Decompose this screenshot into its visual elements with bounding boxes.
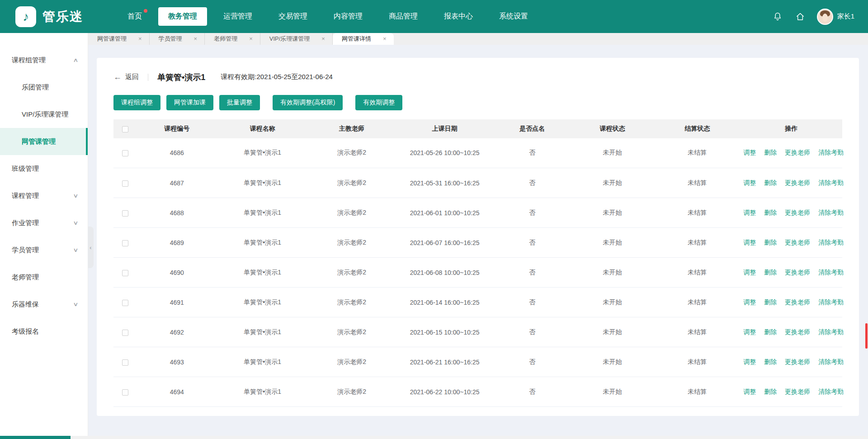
close-icon[interactable]: × xyxy=(138,35,142,42)
adjust-link[interactable]: 调整 xyxy=(743,239,756,246)
select-all-checkbox[interactable] xyxy=(122,126,128,132)
row-checkbox[interactable] xyxy=(122,180,128,187)
cell-status: 未开始 xyxy=(571,138,654,168)
sidebar-collapse-handle[interactable]: ‹ xyxy=(88,227,94,268)
row-checkbox[interactable] xyxy=(122,240,128,246)
delete-link[interactable]: 删除 xyxy=(764,209,777,216)
delete-link[interactable]: 删除 xyxy=(764,328,777,335)
clear-attendance-link[interactable]: 清除考勤 xyxy=(818,298,844,306)
cell-status: 未开始 xyxy=(571,168,654,198)
sidebar-item[interactable]: 学员管理 ∨ xyxy=(0,236,88,264)
top-nav-item[interactable]: 商品管理 xyxy=(379,7,428,26)
top-nav-item[interactable]: 运营管理 xyxy=(213,7,262,26)
delete-link[interactable]: 删除 xyxy=(764,298,777,306)
delete-link[interactable]: 删除 xyxy=(764,149,777,156)
page-tab[interactable]: 学员管理 × xyxy=(150,33,205,45)
page-tab[interactable]: VIP/乐理课管理 × xyxy=(260,33,333,45)
change-teacher-link[interactable]: 更换老师 xyxy=(785,328,810,335)
clear-attendance-link[interactable]: 清除考勤 xyxy=(818,358,844,365)
change-teacher-link[interactable]: 更换老师 xyxy=(785,269,810,276)
change-teacher-link[interactable]: 更换老师 xyxy=(785,239,810,246)
sidebar-item[interactable]: 考级报名 xyxy=(0,318,88,345)
adjust-link[interactable]: 调整 xyxy=(743,328,756,335)
back-button[interactable]: ← 返回 xyxy=(113,72,139,82)
cell-teacher: 演示老师2 xyxy=(308,377,395,407)
row-checkbox[interactable] xyxy=(122,330,128,336)
sidebar-item[interactable]: 乐器维保 ∨ xyxy=(0,291,88,318)
delete-link[interactable]: 删除 xyxy=(764,239,777,246)
home-icon[interactable] xyxy=(794,11,806,23)
delete-link[interactable]: 删除 xyxy=(764,388,777,395)
change-teacher-link[interactable]: 更换老师 xyxy=(785,388,810,395)
column-header: 课程状态 xyxy=(571,119,654,138)
change-teacher-link[interactable]: 更换老师 xyxy=(785,149,810,156)
toolbar-button[interactable]: 课程组调整 xyxy=(113,95,160,110)
row-select-cell xyxy=(113,377,137,407)
adjust-link[interactable]: 调整 xyxy=(743,269,756,276)
user-menu[interactable]: 家长1 xyxy=(817,9,854,25)
row-checkbox[interactable] xyxy=(122,150,128,156)
clear-attendance-link[interactable]: 清除考勤 xyxy=(818,179,844,186)
toolbar-button[interactable]: 有效期调整 xyxy=(355,95,402,110)
sidebar-item[interactable]: 班级管理 xyxy=(0,155,88,182)
close-icon[interactable]: × xyxy=(249,35,253,42)
top-nav-item[interactable]: 教务管理 xyxy=(158,7,207,26)
sidebar-item[interactable]: 作业管理 ∨ xyxy=(0,209,88,236)
clear-attendance-link[interactable]: 清除考勤 xyxy=(818,149,844,156)
sidebar-item[interactable]: 乐团管理 xyxy=(0,74,88,101)
bell-icon[interactable] xyxy=(772,11,783,23)
row-checkbox[interactable] xyxy=(122,300,128,306)
adjust-link[interactable]: 调整 xyxy=(743,298,756,306)
close-icon[interactable]: × xyxy=(321,35,325,42)
sidebar-item-label: 乐器维保 xyxy=(12,300,74,309)
change-teacher-link[interactable]: 更换老师 xyxy=(785,358,810,365)
clear-attendance-link[interactable]: 清除考勤 xyxy=(818,209,844,216)
sidebar-item[interactable]: VIP/乐理课管理 xyxy=(0,101,88,128)
clear-attendance-link[interactable]: 清除考勤 xyxy=(818,269,844,276)
change-teacher-link[interactable]: 更换老师 xyxy=(785,298,810,306)
delete-link[interactable]: 删除 xyxy=(764,179,777,186)
cell-course-name: 单簧管•演示1 xyxy=(217,138,308,168)
adjust-link[interactable]: 调整 xyxy=(743,388,756,395)
sidebar-item[interactable]: 老师管理 xyxy=(0,264,88,291)
top-nav-item[interactable]: 交易管理 xyxy=(269,7,317,26)
adjust-link[interactable]: 调整 xyxy=(743,358,756,365)
app-logo[interactable]: ♪ 管乐迷 xyxy=(15,6,106,27)
delete-link[interactable]: 删除 xyxy=(764,358,777,365)
clear-attendance-link[interactable]: 清除考勤 xyxy=(818,239,844,246)
top-nav-item[interactable]: 报表中心 xyxy=(434,7,483,26)
top-nav-item[interactable]: 内容管理 xyxy=(324,7,373,26)
cell-rollcall: 否 xyxy=(494,168,570,198)
row-checkbox[interactable] xyxy=(122,359,128,366)
vertical-scrollbar-thumb[interactable] xyxy=(865,323,868,349)
cell-course-id: 4687 xyxy=(137,168,217,198)
sidebar-item[interactable]: 课程管理 ∨ xyxy=(0,182,88,209)
delete-link[interactable]: 删除 xyxy=(764,269,777,276)
page-tab[interactable]: 网管课管理 × xyxy=(88,33,150,45)
clear-attendance-link[interactable]: 清除考勤 xyxy=(818,388,844,395)
adjust-link[interactable]: 调整 xyxy=(743,179,756,186)
horizontal-scrollbar[interactable] xyxy=(0,436,868,439)
clear-attendance-link[interactable]: 清除考勤 xyxy=(818,328,844,335)
adjust-link[interactable]: 调整 xyxy=(743,149,756,156)
change-teacher-link[interactable]: 更换老师 xyxy=(785,209,810,216)
top-nav-item[interactable]: 系统设置 xyxy=(489,7,538,26)
row-checkbox[interactable] xyxy=(122,389,128,396)
page-tab[interactable]: 网管课详情 × xyxy=(333,33,394,45)
sidebar-item[interactable]: 课程组管理 ∧ xyxy=(0,47,88,74)
arrow-left-icon: ← xyxy=(113,72,122,82)
close-icon[interactable]: × xyxy=(383,35,387,42)
sidebar-item[interactable]: 网管课管理 xyxy=(0,128,88,155)
toolbar-button[interactable]: 有效期调整(高权限) xyxy=(273,95,343,110)
row-checkbox[interactable] xyxy=(122,210,128,217)
change-teacher-link[interactable]: 更换老师 xyxy=(785,179,810,186)
adjust-link[interactable]: 调整 xyxy=(743,209,756,216)
page-tab[interactable]: 老师管理 × xyxy=(205,33,260,45)
horizontal-scrollbar-thumb[interactable] xyxy=(0,436,71,439)
row-checkbox[interactable] xyxy=(122,270,128,276)
cell-date: 2021-05-26 10:00~10:25 xyxy=(396,138,494,168)
toolbar-button[interactable]: 网管课加课 xyxy=(166,95,213,110)
top-nav-item[interactable]: 首页 xyxy=(118,7,152,26)
close-icon[interactable]: × xyxy=(194,35,198,42)
toolbar-button[interactable]: 批量调整 xyxy=(219,95,260,110)
